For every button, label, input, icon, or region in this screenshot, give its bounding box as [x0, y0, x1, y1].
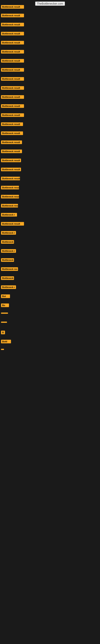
bottleneck-badge-6: Bottleneck result	[1, 50, 24, 54]
bottleneck-badge-1: Bottleneck result	[1, 5, 24, 9]
bottleneck-badge-37: B	[1, 331, 5, 334]
bottleneck-badge-12: Bottleneck result	[1, 104, 24, 108]
bottleneck-badge-26: Bottleneck r	[1, 231, 16, 235]
bottleneck-badge-21: Bottleneck result	[1, 186, 19, 190]
bottleneck-badge-7: Bottleneck result	[1, 59, 24, 62]
bottleneck-badge-16: Bottleneck result	[1, 140, 22, 144]
bottleneck-badge-25: Bottleneck result	[1, 222, 24, 226]
bottleneck-badge-5: Bottleneck result	[1, 41, 24, 44]
bottleneck-badge-20: Bottleneck result	[1, 177, 20, 180]
bottleneck-badge-14: Bottleneck result	[1, 122, 23, 126]
bottleneck-badge-22: Bottleneck result	[1, 195, 19, 198]
bottleneck-badge-4: Bottleneck result	[1, 32, 24, 36]
bottleneck-badge-33: Bot	[1, 294, 10, 298]
bottleneck-badge-11: Bottleneck result	[1, 95, 24, 99]
bottleneck-badge-2: Bottleneck result	[1, 14, 24, 17]
bottleneck-badge-8: Bottleneck result	[1, 68, 24, 72]
bottleneck-badge-39	[1, 349, 4, 350]
site-title: TheBottlenecker.com	[35, 2, 65, 6]
bottleneck-badge-38: Bottl	[1, 340, 11, 343]
bottleneck-badge-27: Bottleneck	[1, 240, 14, 244]
bottleneck-badge-30: Bottleneck res	[1, 267, 18, 271]
bottleneck-badge-19: Bottleneck result	[1, 168, 21, 171]
bottleneck-badge-17: Bottleneck result	[1, 150, 22, 153]
bottleneck-badge-13: Bottleneck result	[1, 113, 24, 117]
bottleneck-badge-10: Bottleneck result	[1, 86, 24, 90]
bottleneck-badge-23: Bottleneck result	[1, 204, 18, 208]
bottleneck-badge-3: Bottleneck result	[1, 23, 24, 26]
bottleneck-badge-28: Bottleneck r	[1, 249, 16, 253]
bottleneck-badge-24: Bottleneck r	[1, 213, 17, 216]
bottleneck-badge-36	[1, 322, 7, 323]
bottleneck-badge-9: Bottleneck result	[1, 77, 24, 81]
bottleneck-badge-35	[1, 312, 8, 314]
bottleneck-badge-29: Bottleneck	[1, 258, 14, 262]
bottleneck-badge-34: Bo	[1, 304, 9, 307]
bottleneck-badge-18: Bottleneck result	[1, 158, 21, 162]
bottleneck-badge-32: Bottleneck r	[1, 285, 16, 289]
bottleneck-badge-15: Bottleneck result	[1, 132, 23, 135]
bottleneck-badge-31: Bottleneck	[1, 276, 14, 280]
